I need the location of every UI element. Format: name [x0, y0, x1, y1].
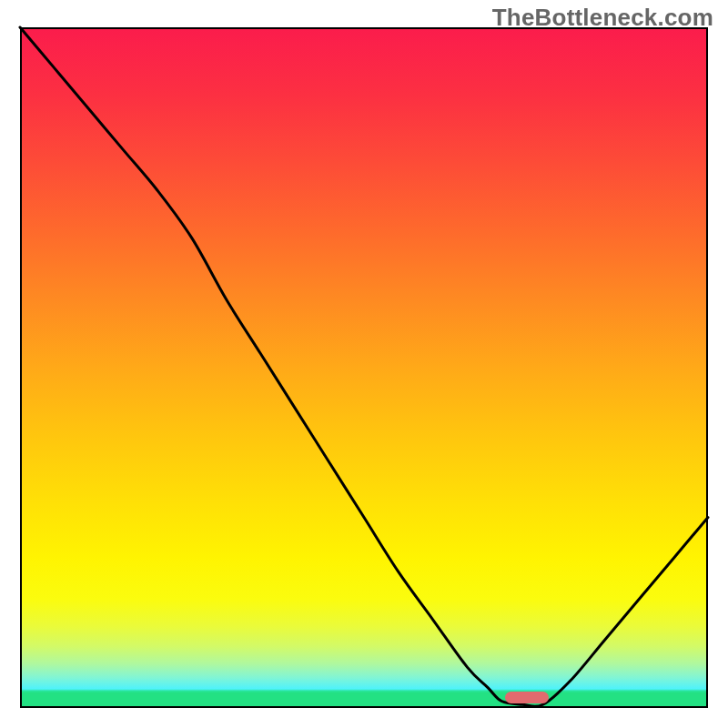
optimal-range-marker	[505, 692, 549, 703]
chart-frame: TheBottleneck.com	[0, 0, 728, 728]
plot-area	[20, 27, 708, 708]
bottleneck-curve	[20, 27, 708, 708]
